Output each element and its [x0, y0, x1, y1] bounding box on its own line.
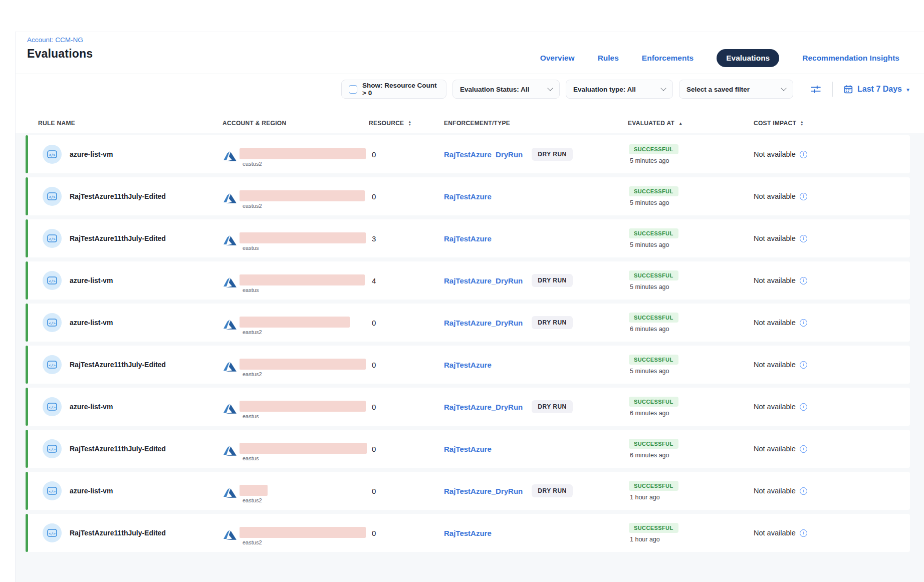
enforcement-link[interactable]: RajTestAzure_DryRun: [444, 276, 523, 285]
cost-impact-cell: Not available i: [754, 276, 910, 284]
region-label: eastus: [240, 455, 367, 461]
redacted-account-bar: [240, 359, 366, 370]
evaluated-time: 1 hour ago: [629, 536, 660, 543]
info-icon[interactable]: i: [800, 319, 807, 327]
filter-bar: Show: Resource Count > 0 Evaluation Stat…: [16, 74, 924, 106]
evaluation-status-dropdown[interactable]: Evaluation Status: All: [452, 80, 560, 99]
resource-count-filter[interactable]: Show: Resource Count > 0: [341, 80, 446, 99]
info-icon[interactable]: i: [800, 529, 807, 537]
info-icon[interactable]: i: [800, 277, 807, 284]
cost-impact-value: Not available: [754, 361, 796, 369]
table-row[interactable]: </> azure-list-vm eastus2 0 RajTestAzure…: [26, 304, 910, 342]
evaluated-at-cell: SUCCESSFUL 5 minutes ago: [628, 270, 754, 290]
evaluated-time: 5 minutes ago: [629, 241, 669, 248]
col-resource: RESOURCE ▲▼: [369, 120, 444, 127]
table-row[interactable]: </> azure-list-vm eastus 0 RajTestAzure_…: [26, 388, 910, 426]
rule-cell: </> azure-list-vm: [26, 481, 222, 500]
cost-impact-cell: Not available i: [754, 361, 910, 369]
rule-name: azure-list-vm: [70, 487, 113, 495]
tab-enforcements[interactable]: Enforcements: [642, 54, 694, 63]
status-badge: SUCCESSFUL: [629, 144, 678, 154]
enforcement-link[interactable]: RajTestAzure_DryRun: [444, 319, 523, 327]
sort-icon[interactable]: ▲▼: [408, 120, 411, 126]
enforcement-link[interactable]: RajTestAzure: [444, 192, 492, 201]
info-icon[interactable]: i: [800, 151, 807, 158]
svg-text:</>: </>: [49, 237, 56, 241]
sort-icon[interactable]: ▲▼: [800, 120, 804, 126]
date-range-picker[interactable]: Last 7 Days ▾: [844, 85, 909, 94]
redacted-account-bar: [240, 232, 366, 243]
tab-recommendation-insights[interactable]: Recommendation Insights: [802, 54, 899, 63]
page-header: Account: CCM-NG Evaluations OverviewRule…: [16, 32, 924, 74]
evaluated-time: 6 minutes ago: [629, 326, 669, 333]
info-icon[interactable]: i: [800, 193, 807, 200]
row-accent-bar: [26, 430, 28, 468]
table-row[interactable]: </> RajTestAzure11thJuly-Edited eastus 3…: [26, 219, 910, 257]
table-row[interactable]: </> azure-list-vm eastus2 0 RajTestAzure…: [26, 135, 910, 173]
enforcement-link[interactable]: RajTestAzure: [444, 361, 492, 369]
status-badge: SUCCESSFUL: [629, 228, 678, 238]
saved-filter-value: Select a saved filter: [686, 86, 750, 93]
table-row[interactable]: </> RajTestAzure11thJuly-Edited eastus2 …: [26, 514, 910, 552]
status-badge: SUCCESSFUL: [629, 397, 678, 407]
resource-count: 0: [369, 445, 444, 453]
tab-nav: OverviewRulesEnforcementsEvaluationsReco…: [540, 49, 899, 67]
table-row[interactable]: </> RajTestAzure11thJuly-Edited eastus 0…: [26, 430, 910, 468]
info-icon[interactable]: i: [800, 487, 807, 495]
sliders-icon[interactable]: [810, 84, 821, 94]
info-icon[interactable]: i: [800, 235, 807, 242]
rule-name: azure-list-vm: [70, 403, 113, 411]
azure-icon: [223, 320, 237, 332]
enforcement-link[interactable]: RajTestAzure_DryRun: [444, 403, 523, 411]
rule-cell: </> azure-list-vm: [26, 145, 222, 164]
saved-filter-dropdown[interactable]: Select a saved filter: [679, 80, 793, 99]
sort-ascending-icon[interactable]: ▲: [678, 121, 682, 126]
evaluation-type-dropdown[interactable]: Evaluation type: All: [566, 80, 673, 99]
account-block: eastus2: [240, 485, 268, 503]
enforcement-cell: RajTestAzure: [444, 361, 628, 369]
cost-impact-value: Not available: [754, 150, 796, 158]
tab-evaluations[interactable]: Evaluations: [717, 49, 779, 67]
table-row[interactable]: </> azure-list-vm eastus2 0 RajTestAzure…: [26, 472, 910, 510]
enforcement-link[interactable]: RajTestAzure_DryRun: [444, 150, 523, 159]
azure-icon: [223, 404, 237, 416]
page-title: Evaluations: [27, 47, 93, 61]
enforcement-link[interactable]: RajTestAzure_DryRun: [444, 487, 523, 495]
info-icon[interactable]: i: [800, 361, 807, 369]
region-label: eastus2: [240, 203, 365, 209]
tab-overview[interactable]: Overview: [540, 54, 575, 63]
enforcement-cell: RajTestAzure_DryRun DRY RUN: [444, 316, 628, 329]
info-icon[interactable]: i: [800, 403, 807, 411]
cost-impact-cell: Not available i: [754, 529, 910, 537]
enforcement-link[interactable]: RajTestAzure: [444, 445, 492, 453]
account-region-cell: eastus: [222, 232, 369, 251]
evaluated-at-cell: SUCCESSFUL 6 minutes ago: [628, 397, 754, 417]
date-range-label: Last 7 Days: [857, 85, 902, 94]
resource-count-checkbox[interactable]: [349, 85, 357, 94]
account-breadcrumb[interactable]: Account: CCM-NG: [27, 36, 93, 44]
cost-impact-cell: Not available i: [754, 150, 910, 158]
cost-impact-value: Not available: [754, 276, 796, 284]
resource-count: 0: [369, 487, 444, 495]
account-block: eastus: [240, 401, 366, 419]
region-label: eastus2: [240, 329, 350, 335]
enforcement-cell: RajTestAzure_DryRun DRY RUN: [444, 274, 628, 287]
enforcement-link[interactable]: RajTestAzure: [444, 234, 492, 243]
cost-impact-value: Not available: [754, 319, 796, 327]
evaluated-at-cell: SUCCESSFUL 5 minutes ago: [628, 144, 754, 164]
tab-rules[interactable]: Rules: [598, 54, 619, 63]
rule-cell: </> RajTestAzure11thJuly-Edited: [26, 439, 222, 458]
table-row[interactable]: </> RajTestAzure11thJuly-Edited eastus2 …: [26, 346, 910, 384]
cost-impact-cell: Not available i: [754, 403, 910, 411]
region-label: eastus2: [240, 539, 366, 545]
cost-impact-value: Not available: [754, 487, 796, 495]
enforcement-link[interactable]: RajTestAzure: [444, 529, 492, 537]
resource-count: 0: [369, 192, 444, 201]
table-row[interactable]: </> RajTestAzure11thJuly-Edited eastus2 …: [26, 177, 910, 215]
table-row[interactable]: </> azure-list-vm eastus 4 RajTestAzure_…: [26, 261, 910, 300]
account-region-cell: eastus: [222, 443, 369, 461]
info-icon[interactable]: i: [800, 445, 807, 453]
rule-cell: </> RajTestAzure11thJuly-Edited: [26, 187, 222, 206]
cost-impact-value: Not available: [754, 234, 796, 242]
evaluation-status-value: Evaluation Status: All: [460, 86, 529, 93]
